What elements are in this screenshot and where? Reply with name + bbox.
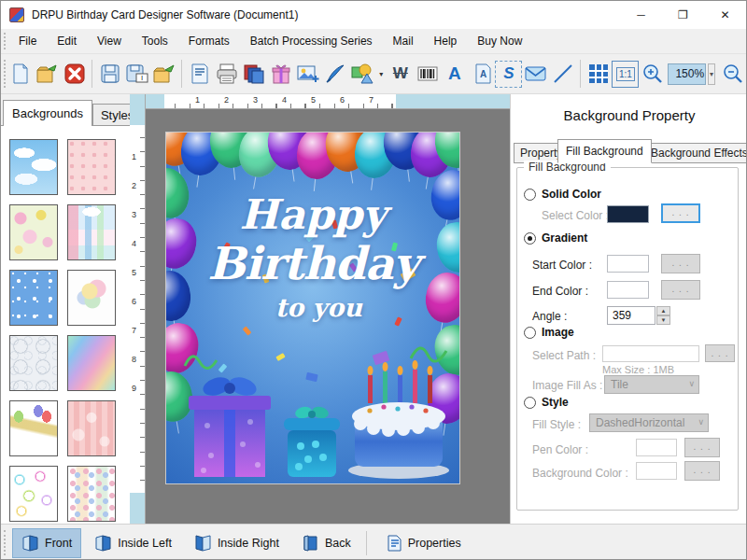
tab-backgrounds[interactable]: Backgrounds [3,100,92,126]
properties-button[interactable]: Properties [376,528,471,558]
menu-help[interactable]: Help [424,30,468,52]
inside-right-page-label: Inside Right [218,537,279,550]
image-fill-as-label: Image Fill As : [532,379,602,392]
front-page-button[interactable]: Front [12,528,81,558]
horizontal-ruler: 1 2 3 4 5 6 7 [146,94,510,109]
gradient-radio[interactable] [524,232,536,245]
pen-color-browse-button[interactable]: . . . [684,438,720,457]
gift-icon[interactable] [267,61,294,88]
panel-title: Background Property [511,107,747,123]
solid-color-radio[interactable] [524,189,536,201]
confetti [243,326,252,335]
close-icon[interactable]: ✕ [704,1,746,29]
card-text-happy: Happy [166,190,459,238]
close-document-icon[interactable] [61,61,88,88]
image-radio[interactable] [524,327,536,339]
inside-right-page-button[interactable]: Inside Right [185,528,289,558]
menu-formats[interactable]: Formats [178,30,240,52]
tab-background-effects[interactable]: Background Effects [644,143,747,163]
shape-dropdown-icon[interactable]: ▾ [375,61,387,88]
select-path-input[interactable] [602,345,699,362]
signature-icon[interactable]: S [495,61,522,88]
select-path-label: Select Path : [532,349,596,362]
menu-tools[interactable]: Tools [132,30,178,52]
end-color-browse-button[interactable]: . . . [661,280,700,300]
thumbnail-pastel-scene[interactable] [67,204,116,260]
insert-image-icon[interactable] [294,61,321,88]
actual-size-icon[interactable]: 1:1 [612,61,639,88]
menu-mail[interactable]: Mail [383,30,424,52]
angle-spinner[interactable]: ▲▼ [656,306,670,325]
background-color-swatch[interactable] [636,462,677,480]
thumbnail-happy-birthday[interactable] [9,400,58,456]
select-color-swatch[interactable] [607,205,649,223]
image-label: Image [542,326,574,339]
thumbnail-daisy-flowers[interactable] [9,204,58,260]
thumbnail-pink-texture[interactable] [67,139,116,195]
thumbnail-bubbles[interactable] [9,335,58,391]
design-canvas[interactable]: 1 2 3 4 5 6 7 8 9 1 2 3 4 5 6 7 [130,94,510,524]
start-color-swatch[interactable] [607,255,649,273]
image-fill-as-dropdown[interactable]: Tile [604,375,699,394]
style-radio[interactable] [524,397,536,409]
card-preview[interactable]: Happy Birthday to you [165,132,460,484]
barcode-icon[interactable] [414,61,441,88]
thumbnail-balloon-columns[interactable] [67,466,116,522]
select-path-browse-button[interactable]: . . . [705,344,735,362]
toolbar-separator [92,60,92,88]
thumbnail-heart-outlines[interactable] [9,466,58,522]
save-as-icon[interactable]: I [123,61,150,88]
thumbnail-rainbow-pastel[interactable] [67,335,116,391]
insert-text-icon[interactable]: A [441,61,468,88]
copies-icon[interactable] [240,61,267,88]
minimize-icon[interactable]: ─ [620,1,662,29]
thumbnail-starry-blue[interactable] [9,270,58,326]
menu-buy-now[interactable]: Buy Now [467,30,532,52]
tab-fill-background[interactable]: Fill Background [557,139,652,163]
end-color-swatch[interactable] [607,281,649,299]
watermark-icon[interactable]: W [387,61,414,88]
inside-left-page-button[interactable]: Inside Left [85,528,181,558]
zoom-out-icon[interactable] [719,61,746,88]
draw-line-icon[interactable] [549,61,576,88]
end-color-label: End Color : [532,285,588,298]
print-icon[interactable] [213,61,240,88]
menu-file[interactable]: File [8,30,47,52]
fill-style-dropdown[interactable]: DashedHorizontal [589,413,709,432]
zoom-level-combo[interactable]: 150% [668,63,706,85]
open-folder-icon[interactable] [150,61,177,88]
thumbnail-heart-curtain[interactable] [67,400,116,456]
save-icon[interactable] [96,61,123,88]
gradient-label: Gradient [542,231,587,245]
menu-view[interactable]: View [87,30,132,52]
card-page-icon [21,534,39,553]
maximize-icon[interactable]: ❐ [662,1,704,29]
text-document-icon[interactable]: A [468,61,495,88]
open-file-icon[interactable] [34,61,61,88]
insert-shape-icon[interactable] [348,61,375,88]
new-document-icon[interactable] [7,61,34,88]
pen-color-swatch[interactable] [636,439,677,456]
card-text-to-you: to you [231,293,406,322]
mail-envelope-icon[interactable] [522,61,549,88]
spin-down-icon[interactable]: ▼ [656,315,670,325]
select-color-browse-button[interactable]: . . . [661,203,700,223]
thumbnail-sky-clouds[interactable] [9,139,58,195]
menu-edit[interactable]: Edit [47,30,87,52]
page-preview-icon[interactable] [186,61,213,88]
zoom-combo-dropdown-icon[interactable]: ▾ [708,63,715,85]
fill-style-label: Fill Style : [532,418,581,431]
spin-up-icon[interactable]: ▲ [656,306,670,315]
start-color-browse-button[interactable]: . . . [661,254,700,273]
grid-icon[interactable] [585,61,612,88]
menu-batch-processing-series[interactable]: Batch Processing Series [240,30,383,52]
menu-bar: File Edit View Tools Formats Batch Proce… [1,29,746,54]
angle-input[interactable] [607,306,655,325]
background-color-browse-button[interactable]: . . . [684,461,720,481]
draw-pen-icon[interactable] [321,61,348,88]
zoom-in-icon[interactable] [639,61,666,88]
properties-icon [386,534,402,553]
thumbnail-pastel-balloons[interactable] [67,270,116,326]
window-title: DRPU Birthday Card Designer Software (Do… [32,8,298,21]
back-page-button[interactable]: Back [292,528,360,558]
